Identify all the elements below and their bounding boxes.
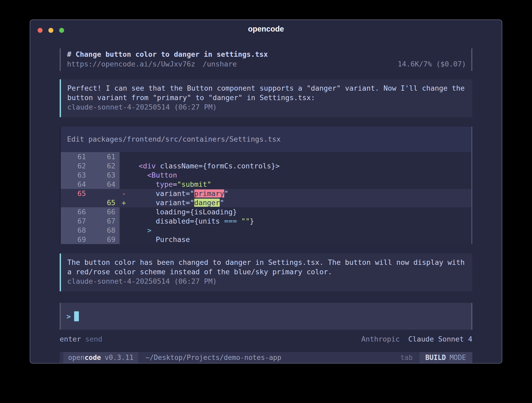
app-version: v0.3.11: [105, 354, 134, 361]
new-line-number: 67: [90, 216, 120, 226]
old-line-number: 61: [61, 152, 90, 161]
diff-row: 65+ variant="danger": [61, 198, 472, 207]
diff-row: 6666 loading={isLoading}: [61, 207, 472, 216]
send-action-hint: send: [85, 334, 102, 344]
status-bar: opencode v0.3.11 ~/Desktop/Projects/demo…: [60, 352, 472, 363]
diff-marker: [120, 161, 130, 170]
model-provider: Anthropic: [361, 335, 400, 343]
new-line-number: 62: [90, 161, 120, 170]
new-line-number: [90, 189, 120, 198]
prompt-chevron: >: [66, 312, 71, 321]
new-line-number: 68: [90, 226, 120, 235]
session-title: # Change button color to danger in setti…: [67, 49, 466, 59]
diff-row: 6868 >: [61, 226, 472, 235]
unshare-command[interactable]: /unshare: [203, 59, 237, 69]
tab-key-hint: tab: [400, 352, 413, 363]
mode-label-bold: BUILD: [425, 354, 446, 361]
code-line: variant="danger": [130, 198, 472, 207]
old-line-number: 62: [61, 161, 90, 170]
edit-tool-header: Edit packages/frontend/src/containers/Se…: [61, 127, 472, 152]
old-line-number: 63: [61, 170, 90, 180]
diff-row: 6969 Purchase: [61, 235, 472, 244]
diff-row: 65- variant="primary": [61, 189, 472, 198]
diff-marker: +: [120, 198, 130, 207]
diff-row: 6161: [61, 152, 472, 161]
new-line-number: 69: [90, 235, 120, 244]
old-line-number: 67: [61, 216, 90, 226]
app-name-open: open: [68, 354, 85, 361]
new-line-number: 64: [90, 180, 120, 189]
assistant-message-text: Perfect! I can see that the Button compo…: [67, 84, 467, 102]
diff-row: 6262 <div className={formCs.controls}>: [61, 161, 472, 170]
assistant-message-meta: claude-sonnet-4-20250514 (06:27 PM): [67, 102, 467, 112]
code-line: Purchase: [130, 235, 472, 244]
old-line-number: 66: [61, 207, 90, 216]
code-line: loading={isLoading}: [130, 207, 472, 216]
old-line-number: 68: [61, 226, 90, 235]
app-version-chip: opencode v0.3.11: [63, 352, 138, 363]
code-line: disabled={units === ""}: [130, 216, 472, 226]
new-line-number: 63: [90, 170, 120, 180]
share-row: https://opencode.ai/s/UwJxv76z /unshare …: [67, 59, 466, 69]
model-name: Claude Sonnet 4: [408, 335, 472, 343]
diff-marker: [120, 152, 130, 161]
code-line: >: [130, 226, 472, 235]
mode-toggle[interactable]: BUILD MODE: [420, 352, 472, 363]
assistant-message-meta: claude-sonnet-4-20250514 (06:27 PM): [67, 277, 467, 286]
diff-row: 6767 disabled={units === ""}: [61, 216, 472, 226]
share-header: # Change button color to danger in setti…: [60, 48, 472, 71]
old-line-number: 69: [61, 235, 90, 244]
model-indicator: Anthropic Claude Sonnet 4: [361, 334, 472, 344]
old-line-number: 65: [61, 189, 90, 198]
old-line-number: [61, 198, 90, 207]
diff-marker: [120, 216, 130, 226]
working-directory: ~/Desktop/Projects/demo-notes-app: [146, 352, 282, 363]
new-line-number: 65: [90, 198, 120, 207]
enter-key-hint: enter: [60, 334, 81, 344]
diff-row: 6464 type="submit": [61, 180, 472, 189]
diff-marker: [120, 226, 130, 235]
session-content: # Change button color to danger in setti…: [30, 37, 502, 363]
assistant-message: Perfect! I can see that the Button compo…: [60, 79, 472, 117]
code-line: variant="primary": [130, 189, 472, 198]
code-line: <div className={formCs.controls}>: [130, 161, 472, 170]
mode-label-rest: MODE: [449, 354, 466, 361]
code-line: <Button: [130, 170, 472, 180]
app-name-code: code: [85, 354, 101, 361]
diff-marker: [120, 207, 130, 216]
diff-marker: [120, 180, 130, 189]
titlebar: opencode: [30, 20, 502, 37]
footer-hints: enter send Anthropic Claude Sonnet 4: [60, 334, 472, 344]
status-bar-right: tab BUILD MODE: [400, 352, 472, 363]
diff-row: 6363 <Button: [61, 170, 472, 180]
opencode-window: opencode # Change button color to danger…: [30, 19, 502, 364]
code-line: [130, 152, 472, 161]
diff-marker: [120, 170, 130, 180]
diff-scrollbar[interactable]: [471, 127, 472, 244]
diff-rows: 61616262 <div className={formCs.controls…: [61, 152, 472, 244]
diff-marker: [120, 235, 130, 244]
old-line-number: 64: [61, 180, 90, 189]
window-title: opencode: [30, 25, 502, 33]
diff-marker: -: [120, 189, 130, 198]
assistant-message-text: The button color has been changed to dan…: [67, 258, 467, 277]
prompt-input[interactable]: >: [60, 303, 472, 330]
code-line: type="submit": [130, 180, 472, 189]
token-usage: 14.6K/7% ($0.07): [398, 59, 466, 69]
edit-tool-block: Edit packages/frontend/src/containers/Se…: [60, 127, 472, 244]
assistant-message: The button color has been changed to dan…: [60, 254, 472, 291]
text-cursor: [74, 311, 79, 321]
share-url-link[interactable]: https://opencode.ai/s/UwJxv76z: [67, 59, 195, 69]
new-line-number: 66: [90, 207, 120, 216]
new-line-number: 61: [90, 152, 120, 161]
